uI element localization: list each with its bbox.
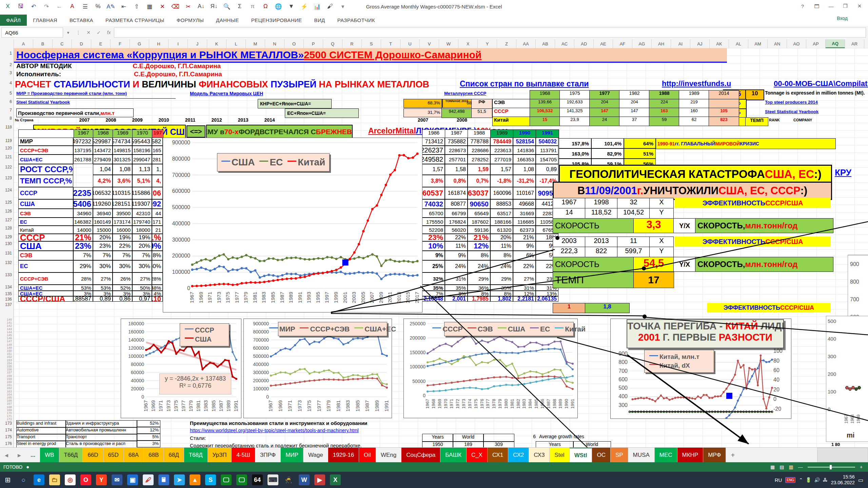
yearbook-link-2[interactable]: Steel Statistical Yearbook <box>765 109 853 117</box>
64bit-badge-icon[interactable]: 64 <box>250 472 265 488</box>
tray-icon[interactable]: ⌃ <box>799 477 803 483</box>
align-lines-icon[interactable]: ☰ <box>79 3 92 10</box>
sheet-tab-МЕС[interactable]: МЕС <box>655 448 677 463</box>
opera-icon[interactable]: O <box>78 472 94 488</box>
column-header-H[interactable]: H <box>149 39 169 48</box>
sheet-tab-ЗПРФ[interactable]: ЗПРФ <box>255 448 281 463</box>
compilation-link[interactable]: 00-00-МОБ-США\Compilation-usa-su <box>774 79 868 89</box>
column-header-AM[interactable]: AM <box>748 39 768 48</box>
excel-logo-icon[interactable]: X <box>1 3 14 10</box>
chrome-icon[interactable]: ◎ <box>62 472 78 488</box>
column-header-AE[interactable]: AE <box>594 39 613 48</box>
tab-nav-left[interactable]: ◀ <box>0 448 13 463</box>
kru-link[interactable]: КРУ <box>835 167 865 179</box>
row-header-130[interactable]: 130 <box>5 241 12 246</box>
tray-icons[interactable]: ⌃🔋🔊🖧 <box>799 477 828 483</box>
enter-icon[interactable]: ✓ <box>94 30 104 35</box>
ribbon-tab-РАЗРАБОТЧИК[interactable]: РАЗРАБОТЧИК <box>331 15 381 26</box>
ninja-icon[interactable]: 🥷 <box>281 472 296 488</box>
column-header-P[interactable]: P <box>304 39 323 48</box>
sheet-tab-СХ3[interactable]: СХ3 <box>529 448 550 463</box>
find-icon[interactable]: 🔍 <box>220 3 233 10</box>
row-header-123[interactable]: 123 <box>5 176 12 180</box>
column-header-J[interactable]: J <box>188 39 207 48</box>
back-arrow-icon[interactable]: ← <box>53 3 66 10</box>
row-header-172[interactable]: 172 <box>7 418 12 421</box>
tab-more[interactable]: ... <box>26 448 40 463</box>
row-header-122[interactable]: 122 <box>5 165 12 169</box>
row-header-120[interactable]: 120 <box>5 146 12 150</box>
column-header-AO[interactable]: AO <box>787 39 806 48</box>
sheet-tab-68Д[interactable]: 68Д <box>164 448 184 463</box>
notification-center-icon[interactable]: ▭ <box>858 477 863 483</box>
tray-icon[interactable]: 🔋 <box>806 477 811 483</box>
ribbon-tab-РАЗМЕТКА СТРАНИЦЫ[interactable]: РАЗМЕТКА СТРАНИЦЫ <box>99 15 171 26</box>
row-header-8[interactable]: 8 <box>9 116 12 121</box>
close-button[interactable]: ✕ <box>852 0 867 12</box>
column-header-AS[interactable]: AS <box>864 39 868 48</box>
column-header-AL[interactable]: AL <box>729 39 748 48</box>
omega-icon[interactable]: Ω <box>259 3 272 10</box>
cancel-icon[interactable]: ✕ <box>83 30 94 35</box>
insert-up-icon[interactable]: ⇧ <box>130 3 143 10</box>
ribbon-tab-ВСТАВКА[interactable]: ВСТАВКА <box>63 15 99 26</box>
row-headers[interactable]: 1234567811811912012112212312412512612712… <box>0 48 14 447</box>
paint-icon[interactable]: 🖌 <box>323 3 336 10</box>
column-headers[interactable]: ABCDEFGHIJKLMNOPQRSTUVWXYZAAABACADAEAFAG… <box>0 39 868 48</box>
row-header-121[interactable]: 121 <box>5 155 12 159</box>
minimize-button[interactable]: — <box>824 0 838 12</box>
ribbon-tab-ВИД[interactable]: ВИД <box>308 15 331 26</box>
row-header-2[interactable]: 2 <box>9 62 12 67</box>
table-icon[interactable]: ▦ <box>143 3 156 10</box>
search-icon[interactable]: ○ <box>16 472 31 488</box>
row-header-129[interactable]: 129 <box>5 235 12 239</box>
column-header-K[interactable]: K <box>207 39 226 48</box>
language-flag-badge[interactable]: ENG <box>785 477 795 483</box>
row-header-124[interactable]: 124 <box>5 188 12 192</box>
sheet-area[interactable]: Ноосферная система «Коррупция и РЫНОК МЕ… <box>0 48 868 447</box>
paint-icon[interactable]: 🖌 <box>140 472 156 488</box>
save-icon[interactable]: 🖫 <box>14 3 27 10</box>
column-header-AQ[interactable]: AQ <box>826 39 845 48</box>
column-header-AH[interactable]: AH <box>652 39 671 48</box>
ribbon-options-button[interactable]: 🗖 <box>810 0 824 12</box>
column-header-A[interactable]: A <box>14 39 33 48</box>
row-header-174[interactable]: 174 <box>5 428 12 432</box>
sheet-tab-С_Х[interactable]: С_Х <box>467 448 488 463</box>
investfunds-link[interactable]: http://investfunds.u <box>662 79 774 89</box>
skype-icon[interactable]: S <box>203 472 218 488</box>
row-header-4[interactable]: 4 <box>9 81 12 85</box>
sheet-tab-1929-16[interactable]: 1929-16 <box>328 448 359 463</box>
column-header-M[interactable]: M <box>246 39 265 48</box>
sheet-tab-Oil[interactable]: Oil <box>359 448 376 463</box>
column-header-S[interactable]: S <box>362 39 381 48</box>
column-header-Z[interactable]: Z <box>497 39 516 48</box>
clock[interactable]: 15:56 23.06.2022 <box>831 474 855 486</box>
column-header-AG[interactable]: AG <box>632 39 652 48</box>
sheet-tab-WEng[interactable]: WEng <box>376 448 401 463</box>
ribbon-tab-ФАЙЛ[interactable]: ФАЙЛ <box>0 15 27 26</box>
select-all-corner[interactable] <box>0 39 14 48</box>
top-producers-link[interactable]: Top steel producers 2014 <box>765 100 853 107</box>
sheet-tab-68В[interactable]: 68В <box>144 448 164 463</box>
sheet-tab-ОС[interactable]: ОС <box>592 448 611 463</box>
sheet-tab-WB[interactable]: WB <box>40 448 59 463</box>
column-header-G[interactable]: G <box>130 39 149 48</box>
row-header-119[interactable]: 119 <box>5 138 12 143</box>
telegram-icon[interactable]: ➤ <box>172 472 187 488</box>
sheet-tab-Т68Д[interactable]: Т68Д <box>184 448 208 463</box>
row-header-134[interactable]: 134 <box>5 285 12 289</box>
sheet-tab-T66Д[interactable]: T66Д <box>59 448 83 463</box>
sign-in-link[interactable]: Вход <box>837 16 848 21</box>
format-painter-icon[interactable]: A✎ <box>104 3 117 10</box>
teamviewer-icon[interactable]: 🖵 <box>218 472 234 488</box>
restore-button[interactable]: ❐ <box>838 0 852 12</box>
edge-icon[interactable]: e <box>31 472 47 488</box>
tray-icon[interactable]: 🖧 <box>823 477 828 483</box>
zoom-slider[interactable] <box>830 465 832 469</box>
column-header-AC[interactable]: AC <box>555 39 574 48</box>
explorer-folder-icon[interactable]: 🗀 <box>47 472 62 488</box>
row-header-133[interactable]: 133 <box>5 272 12 277</box>
row-header-135[interactable]: 135 <box>5 291 12 296</box>
sheet-tab-4-5Ш[interactable]: 4-5Ш <box>232 448 255 463</box>
